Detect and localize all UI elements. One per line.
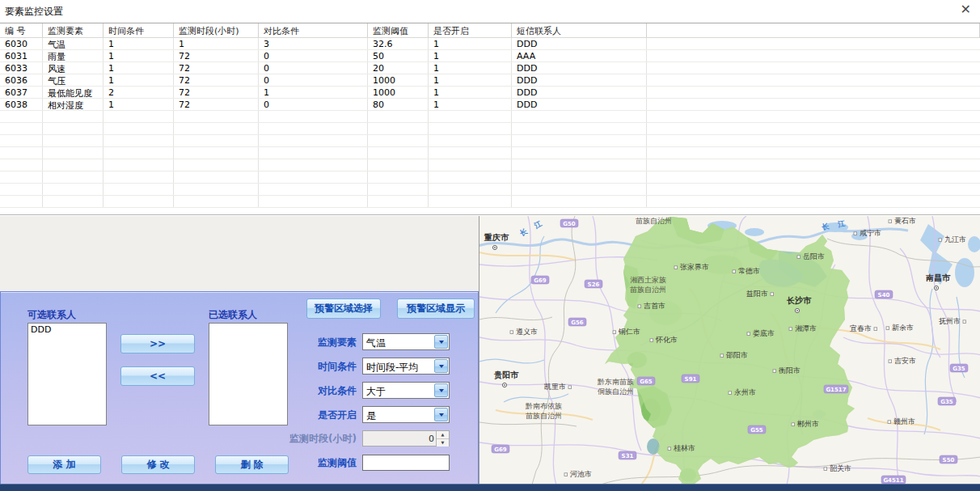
table-cell xyxy=(43,171,103,183)
table-cell: DDD xyxy=(512,38,647,49)
map-city-marker-icon xyxy=(888,421,891,424)
table-cell xyxy=(0,171,43,183)
column-header[interactable]: 监测要素 xyxy=(43,23,103,37)
table-row[interactable]: 6033风速1720201DDD xyxy=(0,62,980,74)
map-city-marker-icon xyxy=(889,220,892,223)
table-cell xyxy=(368,159,429,171)
available-contacts-list[interactable]: DDD xyxy=(27,323,107,425)
warn-area-display-button[interactable]: 预警区域显示 xyxy=(397,298,475,319)
column-header[interactable]: 监测阈值 xyxy=(368,23,429,37)
warn-area-select-button[interactable]: 预警区域选择 xyxy=(306,298,381,319)
table-cell: 1 xyxy=(429,87,512,98)
dropdown-arrow-icon[interactable] xyxy=(434,335,448,349)
table-cell xyxy=(259,147,368,159)
table-cell xyxy=(0,184,43,195)
modify-button[interactable]: 修 改 xyxy=(121,455,195,474)
available-contacts-label: 可选联系人 xyxy=(27,308,76,322)
table-cell: 风速 xyxy=(43,62,103,74)
map-capital-marker-dot xyxy=(936,287,937,289)
spinner-down-icon[interactable]: ▼ xyxy=(437,439,449,447)
table-row[interactable]: 6037最低能见度272110001DDD xyxy=(0,87,980,99)
table-row[interactable]: 6036气压172010001DDD xyxy=(0,74,980,87)
column-header[interactable]: 编 号 xyxy=(0,23,43,37)
table-filler-cell xyxy=(647,111,980,122)
table-cell xyxy=(429,171,512,183)
table-cell xyxy=(512,147,647,159)
column-header[interactable]: 短信联系人 xyxy=(512,23,647,37)
element-select[interactable]: 气温 xyxy=(362,333,450,350)
table-cell: 1 xyxy=(429,38,512,49)
map-city-marker-icon xyxy=(510,331,513,334)
road-badge-label: G35 xyxy=(940,399,953,405)
dropdown-arrow-icon[interactable] xyxy=(434,359,448,373)
table-cell xyxy=(174,171,259,183)
map-city-label: 咸宁市 xyxy=(860,229,881,237)
table-cell: 1 xyxy=(103,74,174,86)
table-cell xyxy=(103,111,174,122)
road-badge-label: G4511 xyxy=(883,477,903,484)
road-badge-label: G55 xyxy=(750,427,763,434)
window-titlebar: 要素监控设置 ✕ xyxy=(0,0,980,22)
delete-button[interactable]: 删 除 xyxy=(215,455,289,474)
table-filler-cell xyxy=(647,135,980,146)
spinner-up-icon[interactable]: ▲ xyxy=(437,431,449,439)
table-cell: 6033 xyxy=(0,62,43,74)
table-cell: 72 xyxy=(174,87,259,98)
table-cell xyxy=(512,135,647,146)
column-header[interactable]: 时间条件 xyxy=(103,23,174,37)
table-cell: 1 xyxy=(103,62,174,74)
table-cell xyxy=(174,111,259,122)
period-spinner[interactable]: 0 ▲ ▼ xyxy=(362,430,450,447)
table-cell xyxy=(0,123,43,134)
compare-condition-select[interactable]: 大于 xyxy=(362,382,450,399)
table-cell: 0 xyxy=(259,74,368,86)
add-button[interactable]: 添 加 xyxy=(27,455,101,474)
map-city-label: 吉安市 xyxy=(894,357,916,365)
table-cell: 1 xyxy=(103,50,174,61)
enabled-select[interactable]: 是 xyxy=(362,406,450,423)
map-area-label: 黔南布依族 xyxy=(525,402,562,410)
table-cell: 1 xyxy=(429,74,512,86)
table-row[interactable]: 6031雨量1720501AAA xyxy=(0,50,980,62)
close-icon[interactable]: ✕ xyxy=(961,2,971,17)
table-cell xyxy=(0,111,43,122)
road-badge-label: S50 xyxy=(943,457,955,463)
table-cell: 1 xyxy=(259,87,368,98)
map-capital-marker-dot xyxy=(796,310,798,311)
move-right-button[interactable]: >> xyxy=(120,334,195,353)
column-header[interactable]: 监测时段(小时) xyxy=(174,23,259,37)
table-cell xyxy=(0,135,43,146)
map-city-label: 常德市 xyxy=(738,267,760,275)
threshold-input[interactable] xyxy=(362,455,450,471)
table-cell xyxy=(103,184,174,195)
table-empty-row xyxy=(0,111,980,123)
table-cell xyxy=(512,171,647,183)
column-header[interactable]: 对比条件 xyxy=(259,23,368,37)
map-city-marker-icon xyxy=(747,332,750,336)
table-cell xyxy=(43,135,103,146)
table-cell xyxy=(368,123,429,134)
map-city-marker-icon xyxy=(797,256,800,259)
map-city-label: 赣州市 xyxy=(893,417,915,425)
table-cell: 20 xyxy=(368,62,429,74)
table-cell xyxy=(512,196,647,207)
map-container[interactable]: G50G69S26G56G69S31G65S91G55S40G1517G35G3… xyxy=(479,216,980,484)
move-left-button[interactable]: << xyxy=(120,366,195,386)
table-row[interactable]: 6038相对湿度1720801DDD xyxy=(0,99,980,111)
table-row[interactable]: 6030气温11332.61DDD xyxy=(0,38,980,50)
table-empty-row xyxy=(0,135,980,147)
dropdown-arrow-icon[interactable] xyxy=(434,408,448,421)
table-empty-row xyxy=(0,184,980,196)
map-city-label: 衡阳市 xyxy=(779,366,800,375)
contact-list-item[interactable]: DDD xyxy=(28,324,106,335)
map-city-label: 宜春市 xyxy=(850,324,872,332)
table-cell xyxy=(103,123,174,134)
map-city-label: 张家界市 xyxy=(680,263,709,271)
dropdown-arrow-icon[interactable] xyxy=(434,383,448,397)
table-cell xyxy=(43,147,103,159)
column-header[interactable]: 是否开启 xyxy=(429,23,512,37)
table-cell: 80 xyxy=(368,99,429,110)
time-condition-select[interactable]: 时间段-平均 xyxy=(362,358,450,375)
table-empty-row xyxy=(0,147,980,159)
table-filler-cell xyxy=(647,159,980,171)
